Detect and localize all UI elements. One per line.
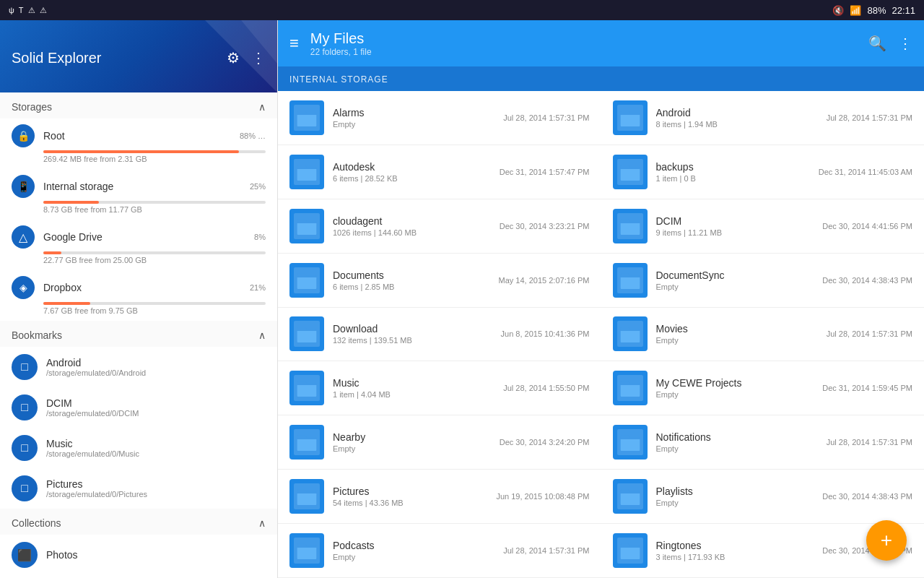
folder-icon [613, 371, 648, 405]
file-meta: 1026 items | 144.60 MB [333, 228, 491, 237]
bookmark-music-text: Music /storage/emulated/0/Music [46, 438, 139, 458]
storage-root[interactable]: 🔒 Root 88% … 269.42 MB free from 2.31 GB [0, 118, 277, 169]
gdrive-icon: △ [12, 225, 35, 249]
file-item[interactable]: Movies Empty Jul 28, 2014 1:57:31 PM [601, 308, 925, 362]
bookmark-android[interactable]: □ Android /storage/emulated/0/Android [0, 347, 277, 387]
internal-percent: 25% [250, 182, 266, 191]
file-name: Download [333, 323, 492, 335]
file-info: Alarms Empty [333, 107, 494, 129]
file-item[interactable]: backups 1 item | 0 B Dec 31, 2014 11:45:… [601, 145, 925, 199]
file-meta: 132 items | 139.51 MB [333, 336, 492, 345]
folder-icon [613, 425, 648, 460]
file-name: Ringtones [656, 540, 814, 551]
bookmarks-section-header[interactable]: Bookmarks ∧ [0, 321, 277, 347]
search-icon[interactable]: 🔍 [868, 35, 886, 52]
file-info: Ringtones 3 items | 171.93 KB [656, 540, 814, 561]
bookmark-pictures-text: Pictures /storage/emulated/0/Pictures [46, 478, 147, 499]
file-info: backups 1 item | 0 B [656, 161, 810, 183]
collection-photos[interactable]: ⬛ Photos [0, 535, 277, 575]
gdrive-percent: 8% [254, 233, 266, 241]
file-item[interactable]: Playlists Empty Dec 30, 2014 4:38:43 PM [601, 470, 925, 524]
file-item[interactable]: Music 1 item | 4.04 MB Jul 28, 2014 1:55… [278, 361, 601, 415]
file-item[interactable]: cloudagent 1026 items | 144.60 MB Dec 30… [278, 199, 601, 254]
storages-label: Storages [12, 101, 52, 113]
bookmark-pictures-icon: □ [12, 475, 38, 501]
storages-section-header[interactable]: Storages ∧ [0, 92, 277, 118]
storage-gdrive[interactable]: △ Google Drive 8% 22.77 GB free from 25.… [0, 220, 277, 270]
bookmarks-label: Bookmarks [12, 329, 62, 341]
file-date: Dec 31, 2014 1:59:45 PM [822, 384, 912, 392]
root-name: Root [43, 130, 65, 142]
fab-button[interactable]: + [866, 520, 907, 561]
bookmark-music[interactable]: □ Music /storage/emulated/0/Music [0, 428, 277, 468]
root-percent: 88% … [240, 131, 266, 140]
bookmark-pictures-path: /storage/emulated/0/Pictures [46, 490, 147, 499]
file-name: Movies [656, 323, 818, 335]
file-name: Android [656, 107, 818, 118]
folder-icon [289, 479, 324, 514]
file-item[interactable]: DCIM 9 items | 11.21 MB Dec 30, 2014 4:4… [601, 199, 925, 254]
collection-music[interactable]: ♪ Music [0, 575, 277, 578]
more-icon[interactable]: ⋮ [898, 35, 912, 52]
bookmark-dcim-text: DCIM /storage/emulated/0/DCIM [46, 397, 139, 418]
path-text: INTERNAL STORAGE [289, 74, 388, 85]
file-info: Pictures 54 items | 43.36 MB [333, 486, 487, 507]
file-info: Documents 6 items | 2.85 MB [333, 269, 490, 291]
mute-icon: 🔇 [832, 5, 844, 16]
file-date: May 14, 2015 2:07:16 PM [499, 276, 590, 285]
file-item[interactable]: My CEWE Projects Empty Dec 31, 2014 1:59… [601, 361, 925, 415]
bookmark-dcim-name: DCIM [46, 397, 139, 409]
file-info: Podcasts Empty [333, 540, 494, 561]
file-date: Dec 31, 2014 1:57:47 PM [500, 168, 590, 176]
file-item[interactable]: Download 132 items | 139.51 MB Jun 8, 20… [278, 308, 601, 362]
settings-icon[interactable]: ⚙ [227, 49, 240, 66]
file-meta: Empty [656, 390, 814, 399]
more-options-icon[interactable]: ⋮ [251, 49, 266, 66]
file-meta: 3 items | 171.93 KB [656, 553, 814, 561]
bookmark-pictures[interactable]: □ Pictures /storage/emulated/0/Pictures [0, 468, 277, 509]
storage-dropbox[interactable]: ◈ Dropbox 21% 7.67 GB free from 9.75 GB [0, 270, 277, 321]
file-name: My CEWE Projects [656, 377, 814, 389]
file-name: backups [656, 161, 810, 173]
file-meta: Empty [656, 499, 814, 507]
folder-icon [289, 263, 324, 298]
clock: 22:11 [892, 5, 915, 16]
menu-icon[interactable]: ≡ [289, 34, 299, 53]
file-item[interactable]: Android 8 items | 1.94 MB Jul 28, 2014 1… [601, 91, 925, 145]
folder-icon [613, 479, 648, 514]
file-meta: Empty [656, 336, 818, 345]
bookmark-pictures-name: Pictures [46, 478, 147, 490]
file-item[interactable]: Alarms Empty Jul 28, 2014 1:57:31 PM [278, 91, 601, 145]
storages-chevron-icon: ∧ [258, 101, 266, 113]
file-info: Playlists Empty [656, 486, 814, 507]
status-bar-left: ψ T ⚠ ⚠ [9, 6, 47, 15]
folder-icon [289, 371, 324, 405]
file-name: Alarms [333, 107, 494, 118]
collections-section-header[interactable]: Collections ∧ [0, 509, 277, 535]
collections-label: Collections [12, 517, 61, 529]
file-name: Playlists [656, 486, 814, 497]
file-date: Jun 19, 2015 10:08:48 PM [496, 492, 589, 501]
file-info: Nearby Empty [333, 431, 491, 453]
dropbox-bar-fill [43, 302, 90, 305]
file-item[interactable]: Podcasts Empty Jul 28, 2014 1:57:31 PM [278, 524, 601, 578]
file-name: cloudagent [333, 215, 491, 227]
file-item[interactable]: Autodesk 6 items | 28.52 KB Dec 31, 2014… [278, 145, 601, 199]
file-item[interactable]: Documents 6 items | 2.85 MB May 14, 2015… [278, 254, 601, 308]
bookmark-dcim-path: /storage/emulated/0/DCIM [46, 409, 139, 418]
bookmark-dcim[interactable]: □ DCIM /storage/emulated/0/DCIM [0, 387, 277, 428]
folder-icon [289, 209, 324, 243]
storage-internal[interactable]: 📱 Internal storage 25% 8.73 GB free from… [0, 169, 277, 220]
file-item[interactable]: Pictures 54 items | 43.36 MB Jun 19, 201… [278, 470, 601, 524]
file-item[interactable]: Nearby Empty Dec 30, 2014 3:24:20 PM [278, 415, 601, 470]
bookmark-music-icon: □ [12, 435, 38, 461]
toolbar: ≡ My Files 22 folders, 1 file 🔍 ⋮ [278, 20, 924, 66]
bookmark-dcim-icon: □ [12, 394, 38, 420]
folder-icon [289, 425, 324, 460]
gdrive-info: 22.77 GB free from 25.00 GB [43, 256, 266, 264]
file-item[interactable]: Notifications Empty Jul 28, 2014 1:57:31… [601, 415, 925, 470]
file-item[interactable]: DocumentSync Empty Dec 30, 2014 4:38:43 … [601, 254, 925, 308]
wifi-icon: 📶 [850, 5, 861, 16]
toolbar-title-block: My Files 22 folders, 1 file [310, 30, 860, 57]
path-bar: INTERNAL STORAGE [278, 66, 924, 91]
